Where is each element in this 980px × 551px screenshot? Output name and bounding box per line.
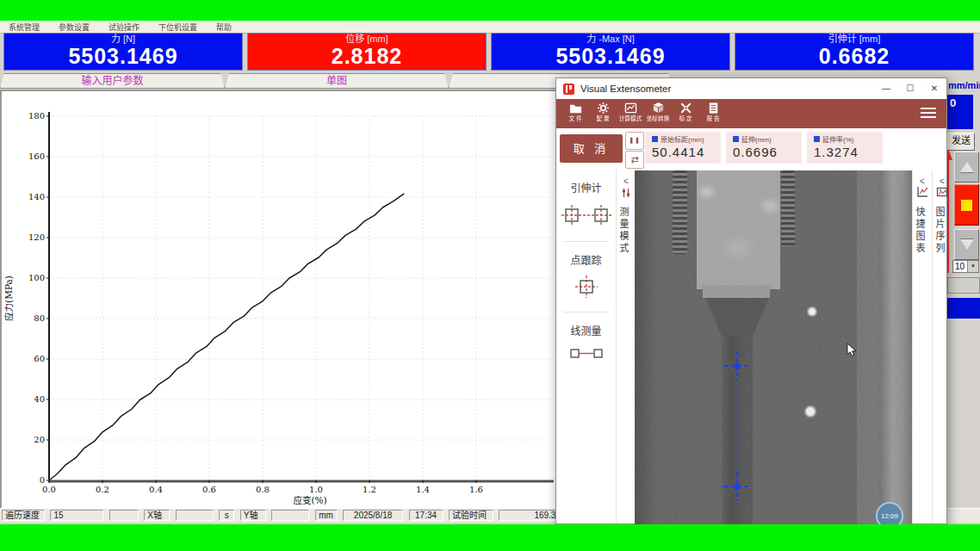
minimize-button[interactable]: — [874, 79, 898, 98]
measurement-control-row: 取 消 ❚❚ ⇄ 原始标距(mm) 50.4414 延伸(mm) 0.6696 … [556, 128, 946, 170]
status-y-axis-label: Y轴 [240, 510, 266, 521]
tab-user-parameters[interactable]: 输入用户参数 [0, 73, 225, 89]
quick-chart-strip[interactable]: < 快捷图表 [912, 170, 932, 523]
chevron-left-icon[interactable]: < [933, 176, 952, 186]
specimen-shoulder [705, 298, 769, 337]
toolbar-coord-transform-button[interactable]: 坐标转换 [644, 102, 672, 122]
force-readout-panel: 力 [N] 5503.1469 [3, 33, 243, 71]
loop-button[interactable]: ⇄ [625, 151, 644, 169]
menu-item-help[interactable]: 帮助 [216, 22, 232, 33]
svg-text:120: 120 [28, 232, 45, 242]
chevron-left-icon[interactable]: < [617, 176, 636, 186]
live-readout-row: 力 [N] 5503.1469 位移 [mm] 2.8182 力 -Max [N… [0, 33, 980, 71]
measure-mode-strip[interactable]: < 测量模式 [616, 170, 636, 523]
hamburger-menu-icon[interactable] [921, 108, 936, 121]
menu-item-params[interactable]: 参数设置 [59, 22, 90, 33]
stop-icon [961, 200, 972, 211]
toolbar-file-button[interactable]: 文 件 [561, 102, 589, 122]
chart-mode-icon [624, 102, 637, 115]
status-date: 2025/8/18 [343, 510, 403, 521]
specimen [722, 336, 753, 525]
y-tick-labels: 020406080100120140160180 [28, 111, 49, 485]
svg-text:0.8: 0.8 [256, 485, 270, 494]
toolbar-report-button[interactable]: 报 告 [699, 102, 727, 122]
speed-multiplier-dropdown[interactable]: 10 ▼ [952, 260, 979, 273]
line-measure-icon [569, 346, 604, 360]
sidebar-divider [563, 241, 609, 242]
chevron-left-icon[interactable]: < [913, 176, 932, 186]
svg-text:0.0: 0.0 [42, 485, 56, 494]
svg-text:0: 0 [40, 475, 45, 485]
line-measure-button[interactable] [556, 346, 616, 363]
extensometer-value: 0.6682 [735, 45, 973, 68]
svg-text:80: 80 [34, 313, 45, 323]
svg-text:160: 160 [28, 152, 45, 161]
svg-text:0.2: 0.2 [96, 485, 109, 494]
image-sequence-strip[interactable]: < 图片序列 [932, 170, 952, 523]
gauge-length-readout: 原始标距(mm) 50.4414 [645, 132, 721, 164]
dual-crosshair-icon [561, 203, 611, 227]
tune-sliders-icon [621, 188, 631, 198]
svg-text:1.0: 1.0 [309, 485, 323, 494]
displacement-value: 2.8182 [248, 45, 486, 68]
menu-bar: 系统管理 参数设置 试验操作 下位机设置 帮助 [0, 21, 980, 34]
visual-extensometer-window: Visual Extensometer — ☐ ✕ 文 件 配 置 [555, 77, 947, 524]
mouse-cursor [847, 344, 856, 356]
calibration-tools-icon [679, 102, 692, 115]
sidebar-divider [563, 312, 609, 313]
force-max-value: 5503.1469 [492, 45, 729, 68]
toolbar-config-button[interactable]: 配 置 [589, 102, 617, 122]
elongation-value: 0.6696 [733, 145, 802, 159]
jog-up-button[interactable] [954, 152, 979, 183]
force-max-readout-panel: 力 -Max [N] 5503.1469 [491, 33, 730, 71]
jog-down-button[interactable] [954, 229, 979, 260]
elongation-readout: 延伸(mm) 0.6696 [726, 132, 802, 164]
toolbar-calc-mode-button[interactable]: 计算模式 [617, 102, 644, 122]
svg-text:1.6: 1.6 [469, 485, 483, 494]
speed-display: 0 [946, 95, 973, 129]
up-triangle-icon [960, 162, 974, 172]
partial-gray-button[interactable] [947, 277, 980, 294]
svg-text:100: 100 [28, 273, 45, 282]
svg-text:0.6: 0.6 [202, 485, 216, 494]
gear-icon [597, 102, 610, 115]
machine-column [879, 170, 912, 525]
bright-dot [805, 406, 816, 417]
screen: 系统管理 参数设置 试验操作 下位机设置 帮助 力 [N] 5503.1469 … [0, 0, 980, 551]
force-value: 5503.1469 [4, 45, 242, 68]
threaded-rod-right [781, 170, 795, 246]
camera-view[interactable]: 12:09 [635, 170, 912, 525]
menu-item-test[interactable]: 试验操作 [109, 22, 140, 33]
cancel-button[interactable]: 取 消 [560, 134, 623, 163]
status-x-axis-unit: s [219, 510, 234, 521]
menu-item-system[interactable]: 系统管理 [9, 22, 40, 33]
dropdown-arrow-icon[interactable]: ▼ [967, 261, 978, 272]
close-button[interactable]: ✕ [922, 79, 946, 98]
point-track-button[interactable] [556, 276, 616, 301]
pause-button[interactable]: ❚❚ [625, 132, 644, 150]
status-time: 17:34 [409, 510, 443, 521]
status-traverse-speed-value: 15 [50, 510, 103, 521]
maximize-button[interactable]: ☐ [898, 79, 922, 98]
toolbar-calibration-button[interactable]: 标 定 [672, 102, 699, 122]
quick-chart-icon [916, 186, 928, 198]
image-sequence-strip-label: 图片序列 [933, 207, 946, 255]
status-x-axis-label: X轴 [144, 510, 170, 521]
stop-button[interactable] [954, 184, 979, 226]
extensometer-mode-button[interactable] [556, 203, 616, 231]
menu-item-controller[interactable]: 下位机设置 [158, 22, 197, 33]
elongation-rate-readout: 延伸率(%) 1.3274 [807, 132, 883, 164]
status-test-time-label: 试验时间 [449, 510, 493, 521]
measure-mode-strip-label: 测量模式 [617, 207, 630, 255]
displacement-readout-panel: 位移 [mm] 2.8182 [247, 33, 487, 71]
point-track-label: 点跟踪 [556, 252, 616, 267]
status-test-time-value: 169.3 [499, 510, 559, 521]
svg-text:0.4: 0.4 [149, 485, 163, 494]
status-y-axis-unit: mm [315, 510, 338, 521]
window-title-bar[interactable]: Visual Extensometer — ☐ ✕ [556, 78, 946, 99]
visual-extensometer-logo-icon [563, 84, 574, 95]
window-main-area: 引伸计 点跟踪 [556, 170, 946, 523]
cube-icon [652, 102, 665, 115]
green-screen-top-bar [0, 0, 980, 21]
tab-single-chart[interactable]: 单图 [225, 73, 449, 89]
